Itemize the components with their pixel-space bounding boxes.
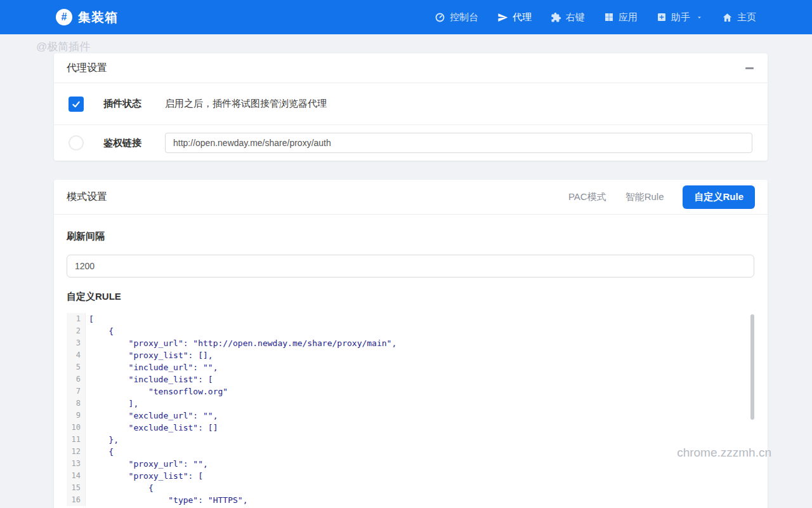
- proxy-settings-panel: 代理设置 插件状态 启用之后，插件将试图接管浏览器代理 鉴权链接: [54, 53, 768, 161]
- nav-item-assistant[interactable]: 助手: [657, 11, 703, 23]
- home-icon: [722, 12, 733, 23]
- brand-symbol: #: [62, 11, 67, 23]
- code-line: 12 {: [67, 446, 754, 458]
- tab-custom-rule[interactable]: 自定义Rule: [683, 185, 755, 209]
- collapse-icon[interactable]: [743, 62, 755, 74]
- nav-item-apps[interactable]: 应用: [604, 11, 638, 23]
- code-line: 14 "proxy_list": [: [67, 470, 754, 482]
- code-line: 9 "exclude_url": "",: [67, 410, 754, 422]
- code-line: 6 "include_list": [: [67, 373, 754, 385]
- code-line: 10 "exclude_list": []: [67, 422, 754, 434]
- code-line: 16 "type": "HTTPS",: [67, 494, 754, 506]
- code-line: 13 "proxy_url": "",: [67, 458, 754, 470]
- nav-item-label: 助手: [671, 11, 690, 23]
- brand-title: 集装箱: [78, 9, 118, 26]
- mode-panel-body: 刷新间隔 自定义RULE 1[ 2 { 3 "proxy_url": "http…: [54, 215, 768, 508]
- nav-item-rightclick[interactable]: 右键: [551, 11, 585, 23]
- nav-menu: 控制台 代理 右键 应用: [435, 11, 756, 23]
- tab-pac-mode[interactable]: PAC模式: [568, 191, 606, 203]
- plugin-status-description: 启用之后，插件将试图接管浏览器代理: [165, 98, 327, 110]
- puzzle-icon: [551, 12, 561, 23]
- code-line: 1[: [67, 313, 754, 325]
- mode-settings-panel: 模式设置 PAC模式 智能Rule 自定义Rule 刷新间隔 自定义RULE 1…: [54, 180, 768, 508]
- auth-link-input[interactable]: [165, 133, 752, 153]
- refresh-interval-label: 刷新间隔: [67, 231, 754, 242]
- code-line: 5 "include_url": "",: [67, 361, 754, 373]
- code-line: 15 {: [67, 482, 754, 494]
- mode-panel-header: 模式设置 PAC模式 智能Rule 自定义Rule: [54, 180, 768, 215]
- code-line: 3 "proxy_url": "http://open.newday.me/sh…: [67, 337, 754, 349]
- auth-link-radio[interactable]: [69, 135, 84, 150]
- custom-rule-editor[interactable]: 1[ 2 { 3 "proxy_url": "http://open.newda…: [67, 313, 754, 508]
- dashboard-icon: [435, 12, 445, 23]
- tab-smart-rule[interactable]: 智能Rule: [625, 191, 664, 203]
- navbar: # 集装箱 控制台 代理: [0, 0, 812, 34]
- nav-item-label: 控制台: [450, 11, 478, 23]
- watermark-top-left: @极简插件: [36, 39, 90, 54]
- watermark-bottom-right: chrome.zzzmh.cn: [677, 446, 771, 460]
- brand-logo-icon: #: [56, 9, 72, 25]
- code-line: 4 "proxy_list": [],: [67, 349, 754, 361]
- plus-square-icon: [657, 12, 667, 22]
- proxy-panel-title: 代理设置: [67, 62, 107, 75]
- plugin-status-checkbox[interactable]: [69, 97, 84, 112]
- custom-rule-label: 自定义RULE: [67, 291, 754, 302]
- nav-item-dashboard[interactable]: 控制台: [435, 11, 478, 23]
- nav-item-label: 应用: [619, 11, 638, 23]
- auth-link-row: 鉴权链接: [54, 124, 768, 161]
- nav-item-label: 右键: [566, 11, 585, 23]
- windows-icon: [604, 12, 614, 22]
- plugin-status-row: 插件状态 启用之后，插件将试图接管浏览器代理: [54, 83, 768, 124]
- check-icon: [71, 99, 81, 109]
- code-line: 8 ],: [67, 398, 754, 410]
- main-content: 代理设置 插件状态 启用之后，插件将试图接管浏览器代理 鉴权链接 模式设置 PA…: [54, 53, 768, 508]
- refresh-interval-input[interactable]: [67, 255, 754, 277]
- plugin-status-label: 插件状态: [103, 98, 165, 110]
- code-line: 7 "tensorflow.org": [67, 385, 754, 398]
- editor-scrollbar[interactable]: [750, 314, 754, 420]
- mode-panel-title: 模式设置: [67, 190, 107, 204]
- chevron-down-icon: [696, 14, 703, 21]
- brand[interactable]: # 集装箱: [56, 9, 118, 26]
- nav-item-proxy[interactable]: 代理: [497, 11, 532, 23]
- nav-item-home[interactable]: 主页: [722, 11, 756, 23]
- nav-item-label: 主页: [737, 11, 756, 23]
- nav-item-label: 代理: [513, 11, 532, 23]
- paper-plane-icon: [497, 12, 508, 23]
- proxy-panel-header: 代理设置: [54, 53, 768, 83]
- mode-tabs: PAC模式 智能Rule 自定义Rule: [568, 185, 755, 209]
- code-line: 2 {: [67, 325, 754, 337]
- auth-link-label: 鉴权链接: [103, 137, 165, 149]
- code-line: 11 },: [67, 434, 754, 446]
